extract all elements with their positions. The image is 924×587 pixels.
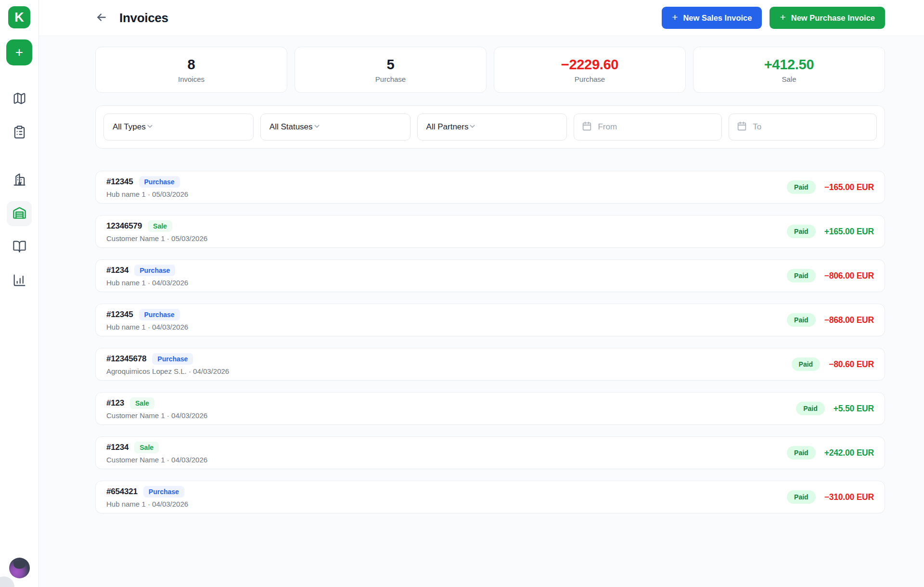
status-badge: Paid (787, 269, 816, 282)
sidebar-item-invoices[interactable] (7, 201, 32, 226)
date-to-field[interactable] (729, 114, 877, 140)
app-logo[interactable]: K (8, 6, 30, 28)
invoice-number: #1234 (106, 266, 128, 275)
back-button[interactable] (95, 11, 108, 25)
invoice-row[interactable]: #12345 Purchase Hub name 1 · 04/03/2026 … (95, 304, 885, 336)
sidebar-item-orders[interactable] (7, 120, 32, 145)
invoice-row-left: #1234 Sale Customer Name 1 · 04/03/2026 (106, 442, 207, 464)
invoice-row[interactable]: 12346579 Sale Customer Name 1 · 05/03/20… (95, 215, 885, 248)
status-badge: Paid (787, 180, 816, 194)
invoice-row[interactable]: #654321 Purchase Hub name 1 · 04/03/2026… (95, 481, 885, 513)
calendar-icon (737, 121, 747, 133)
invoice-amount: −806.00 EUR (824, 271, 874, 281)
sidebar-item-company[interactable] (7, 167, 32, 192)
new-purchase-invoice-label: New Purchase Invoice (791, 13, 875, 23)
user-avatar[interactable] (9, 558, 30, 578)
status-badge: Paid (792, 357, 821, 371)
status-filter-select[interactable]: All Statuses (260, 114, 411, 140)
map-icon (13, 91, 26, 107)
invoice-type-badge: Sale (134, 442, 159, 453)
page-header: Invoices + New Sales Invoice + New Purch… (39, 0, 924, 36)
invoice-type-badge: Purchase (139, 176, 180, 188)
partner-filter-select[interactable]: All Partners (417, 114, 567, 140)
invoice-row-left: #1234 Purchase Hub name 1 · 04/03/2026 (106, 265, 188, 287)
invoice-amount: +242.00 EUR (824, 448, 874, 458)
date-from-field[interactable] (574, 114, 722, 140)
sidebar-item-catalog[interactable] (7, 235, 32, 260)
invoice-type-badge: Sale (148, 220, 172, 232)
invoice-number: #12345678 (106, 354, 146, 364)
summary-card: 5 Purchase (295, 47, 487, 93)
invoice-row-left: #12345678 Purchase Agroquimicos Lopez S.… (106, 353, 229, 375)
invoice-list: #12345 Purchase Hub name 1 · 05/03/2026 … (95, 171, 885, 513)
summary-card-value: 8 (188, 57, 195, 73)
chevron-down-icon (146, 122, 154, 132)
invoice-row-right: Paid +165.00 EUR (787, 225, 874, 238)
invoice-number: #12345 (106, 310, 133, 319)
invoice-subtitle: Hub name 1 · 05/03/2026 (106, 190, 188, 198)
invoice-row-right: Paid −868.00 EUR (787, 313, 874, 327)
summary-card-label: Purchase (375, 75, 406, 83)
invoice-row-right: Paid −80.60 EUR (792, 357, 874, 371)
calendar-icon (582, 121, 592, 133)
sidebar-item-reports[interactable] (7, 268, 32, 294)
sidebar-nav (7, 87, 32, 302)
invoice-number: #123 (106, 398, 124, 408)
invoice-row[interactable]: #12345678 Purchase Agroquimicos Lopez S.… (95, 348, 885, 381)
invoice-amount: +5.50 EUR (834, 404, 874, 414)
invoice-amount: −165.00 EUR (824, 182, 874, 192)
invoice-subtitle: Customer Name 1 · 04/03/2026 (106, 456, 207, 464)
invoice-amount: −868.00 EUR (824, 315, 874, 325)
status-filter-value: All Statuses (270, 122, 313, 132)
invoice-number: #12345 (106, 177, 133, 187)
summary-card: 8 Invoices (95, 47, 287, 93)
invoice-subtitle: Hub name 1 · 04/03/2026 (106, 323, 188, 331)
invoice-type-badge: Purchase (139, 309, 180, 320)
content: 8 Invoices 5 Purchase −2229.60 Purchase … (39, 36, 924, 513)
chevron-down-icon (468, 122, 476, 132)
plus-icon: + (15, 46, 23, 59)
summary-card-label: Sale (782, 75, 796, 83)
invoice-row-left: #12345 Purchase Hub name 1 · 04/03/2026 (106, 309, 188, 331)
plus-icon: + (780, 12, 785, 23)
new-sales-invoice-label: New Sales Invoice (683, 13, 752, 23)
invoice-row-right: Paid +5.50 EUR (796, 402, 874, 415)
bar-chart-icon (13, 273, 26, 289)
invoice-number: #654321 (106, 487, 138, 497)
invoice-number: 12346579 (106, 221, 142, 231)
summary-card: +412.50 Sale (693, 47, 885, 93)
date-from-input[interactable] (598, 122, 714, 132)
type-filter-select[interactable]: All Types (103, 114, 254, 140)
page-title: Invoices (119, 11, 168, 26)
status-badge: Paid (787, 446, 816, 459)
invoice-number: #1234 (106, 443, 128, 452)
invoice-row-right: Paid −165.00 EUR (787, 180, 874, 194)
invoice-row-right: Paid −310.00 EUR (787, 490, 874, 504)
type-filter-value: All Types (113, 122, 146, 132)
invoice-row[interactable]: #1234 Sale Customer Name 1 · 04/03/2026 … (95, 436, 885, 469)
invoice-row-left: #12345 Purchase Hub name 1 · 05/03/2026 (106, 176, 188, 198)
invoice-row[interactable]: #123 Sale Customer Name 1 · 04/03/2026 P… (95, 392, 885, 425)
summary-card-value: 5 (387, 57, 395, 73)
summary-card: −2229.60 Purchase (494, 47, 686, 93)
plus-icon: + (672, 12, 678, 23)
arrow-left-icon (95, 11, 108, 25)
summary-card-value: +412.50 (764, 57, 814, 73)
status-badge: Paid (796, 402, 825, 415)
summary-card-label: Invoices (178, 75, 205, 83)
date-to-input[interactable] (753, 122, 869, 132)
sidebar-item-map[interactable] (7, 87, 32, 112)
invoice-type-badge: Purchase (143, 486, 184, 498)
quick-add-button[interactable]: + (6, 39, 32, 65)
invoice-row[interactable]: #12345 Purchase Hub name 1 · 05/03/2026 … (95, 171, 885, 204)
invoice-amount: +165.00 EUR (824, 227, 874, 237)
logo-letter: K (14, 10, 24, 25)
new-sales-invoice-button[interactable]: + New Sales Invoice (662, 7, 762, 29)
new-purchase-invoice-button[interactable]: + New Purchase Invoice (770, 7, 885, 29)
invoice-subtitle: Agroquimicos Lopez S.L. · 04/03/2026 (106, 367, 229, 375)
sidebar: K + (0, 0, 39, 587)
invoice-row[interactable]: #1234 Purchase Hub name 1 · 04/03/2026 P… (95, 259, 885, 292)
invoice-type-badge: Purchase (134, 265, 175, 276)
main-area: Invoices + New Sales Invoice + New Purch… (39, 0, 924, 587)
invoice-type-badge: Sale (130, 397, 154, 409)
